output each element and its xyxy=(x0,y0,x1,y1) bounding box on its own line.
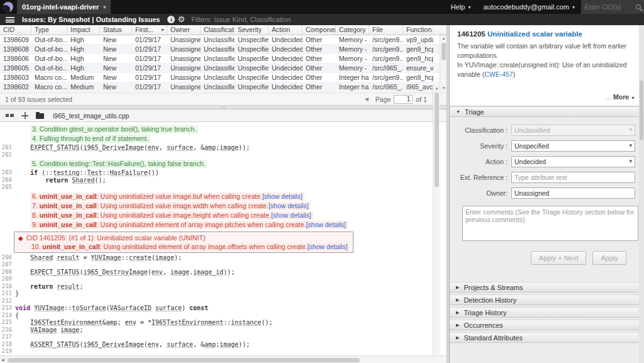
table-cell: gen9_hcpe_h xyxy=(403,73,433,82)
column-header[interactable]: CID xyxy=(0,25,31,35)
menu-icon[interactable] xyxy=(6,17,14,23)
toggle-events-icon[interactable] xyxy=(6,113,14,118)
info-icon[interactable]: i xyxy=(167,16,175,23)
project-tab-label: 01org-intel-vaapi-driver xyxy=(22,3,99,11)
comments-textarea[interactable] xyxy=(462,206,638,241)
gear-icon[interactable]: ⚙ xyxy=(177,14,185,25)
column-header[interactable]: Status xyxy=(100,25,132,35)
section-header-triage-history[interactable]: ▶Triage History xyxy=(450,307,644,318)
table-row[interactable]: 1398603Macro co...MediumNew01/29/17Unass… xyxy=(0,73,447,82)
folder-icon[interactable] xyxy=(36,113,44,119)
table-cell: /src/i965_... xyxy=(369,82,403,91)
ext-reference-input[interactable] xyxy=(511,172,635,183)
table-scrollbar[interactable]: ▲ ▼ xyxy=(440,35,447,92)
show-details-link[interactable]: [show details] xyxy=(269,202,309,209)
search-icon[interactable] xyxy=(636,4,641,9)
coverity-logo-icon xyxy=(3,2,13,12)
scroll-up-icon[interactable]: ▲ xyxy=(440,35,447,42)
user-menu[interactable]: autocodebuddy@gmail.com ▾ xyxy=(477,0,581,14)
cid-search-input[interactable] xyxy=(584,3,634,11)
code-line: 218 ASSERT_STATUS(i965_DeriveImage(env, … xyxy=(0,341,440,349)
column-header[interactable]: Function xyxy=(403,25,433,35)
action-select[interactable]: Undecided xyxy=(511,156,635,167)
scrollbar-thumb[interactable] xyxy=(441,43,446,60)
defect-event: 6. uninit_use_in_call: Using uninitializ… xyxy=(30,193,440,201)
column-header[interactable]: Severity xyxy=(235,25,269,35)
scroll-up-icon[interactable]: ▲ xyxy=(433,85,440,91)
table-row[interactable]: 1398609Out-of-bo...HighNew01/29/17Unassi… xyxy=(0,35,447,45)
table-cell: 1398608 xyxy=(0,45,31,53)
column-header[interactable]: Action xyxy=(269,25,303,35)
issues-and-source-region: CIDTypeImpactStatusFirst...▼OwnerClassif… xyxy=(0,25,447,363)
table-cell: Unassigned xyxy=(167,45,201,53)
code-line: 210 return result; xyxy=(0,283,440,291)
section-header-standard-attributes[interactable]: ▶Standard Attributes xyxy=(450,332,644,343)
line-number: 204 xyxy=(0,177,12,184)
apply-next-button[interactable]: Apply + Next xyxy=(531,251,587,265)
table-row[interactable]: 1398608Out-of-bo...HighNew01/29/17Unassi… xyxy=(0,45,447,54)
table-cell: Out-of-bo... xyxy=(31,54,67,63)
apply-button[interactable]: Apply xyxy=(592,251,626,265)
defect-event: 10. uninit_use_in_call: Using uninitiali… xyxy=(30,243,349,251)
severity-select[interactable]: Unspecified xyxy=(511,140,635,152)
scroll-down-icon[interactable]: ▼ xyxy=(440,85,447,92)
table-row[interactable]: 1398605Out-of-bo...HighNew01/29/17Unassi… xyxy=(0,64,447,73)
column-header[interactable]: Owner xyxy=(167,25,201,35)
table-cell: Undecided xyxy=(269,73,303,82)
column-header[interactable]: Component xyxy=(303,25,336,35)
table-cell: Memory - ... xyxy=(336,45,369,53)
detail-panel-scrollbar[interactable] xyxy=(639,25,644,363)
column-header[interactable]: Impact xyxy=(67,25,100,35)
section-header-projects-streams[interactable]: ▶Projects & Streams xyxy=(450,282,644,293)
table-cell: Unclassified xyxy=(201,73,235,82)
source-code-view[interactable]: 3. Condition gtest_ar.operator bool(), t… xyxy=(0,122,440,355)
page-number-input[interactable] xyxy=(394,95,413,104)
top-bar: 01org-intel-vaapi-driver ▾ Help ▾ autoco… xyxy=(0,0,644,14)
section-header-occurrences[interactable]: ▶Occurrences xyxy=(450,320,644,330)
more-toggle[interactable]: ... More ▼ xyxy=(457,79,636,103)
table-cell: High xyxy=(67,45,100,53)
show-details-link[interactable]: [show details] xyxy=(308,243,348,250)
scrollbar-thumb[interactable] xyxy=(435,92,439,187)
prev-page-button[interactable]: ◀ xyxy=(361,95,372,103)
source-file-tab[interactable]: i965_test_image_utils.cpp xyxy=(53,112,129,120)
show-details-link[interactable]: [show details] xyxy=(306,221,346,228)
table-cell: Macro co... xyxy=(31,73,67,82)
issues-table-body: 1398609Out-of-bo...HighNew01/29/17Unassi… xyxy=(0,35,447,92)
issues-table: CIDTypeImpactStatusFirst...▼OwnerClassif… xyxy=(0,25,447,92)
column-header[interactable]: Type xyxy=(31,25,67,35)
issue-cid: 1461205 xyxy=(457,30,486,38)
table-cell: 01/29/17 xyxy=(132,45,167,53)
line-number: 219 xyxy=(0,348,12,355)
table-row[interactable]: 1398606Out-of-bo...HighNew01/29/17Unassi… xyxy=(0,54,447,64)
column-header[interactable]: Category xyxy=(336,25,369,35)
owner-input[interactable] xyxy=(511,187,635,199)
chevron-right-icon: ▶ xyxy=(456,310,459,315)
section-header-detection-history[interactable]: ▶Detection History xyxy=(450,294,644,305)
table-row[interactable]: 1398602Macro co...MediumNew01/29/17Unass… xyxy=(0,82,447,92)
cwe-link[interactable]: CWE-457 xyxy=(484,70,513,78)
pagination: ◀ Page of 1 ▶ xyxy=(361,95,441,104)
line-number: 210 xyxy=(0,283,12,291)
triage-section-header[interactable]: ▼ Triage xyxy=(450,106,644,117)
expand-source-icon[interactable] xyxy=(21,112,28,119)
column-header[interactable]: First...▼ xyxy=(132,25,167,35)
cid-callout[interactable]: ◆CID 1461205: (#1 of 1): Uninitialized s… xyxy=(14,232,353,253)
column-header[interactable]: Classification xyxy=(201,25,235,35)
source-vertical-scrollbar[interactable]: ▲ xyxy=(433,84,440,355)
help-menu[interactable]: Help ▾ xyxy=(445,0,477,14)
project-tab[interactable]: 01org-intel-vaapi-driver ▾ xyxy=(17,0,111,14)
column-header[interactable]: File xyxy=(369,25,403,35)
line-number: 209 xyxy=(0,276,12,283)
scrollbar-thumb[interactable] xyxy=(8,358,360,362)
source-horizontal-scrollbar[interactable]: ◀ xyxy=(0,355,447,363)
show-details-link[interactable]: [show details] xyxy=(271,211,311,219)
defect-event: 8. uninit_use_in_call: Using uninitializ… xyxy=(30,211,440,220)
show-details-link[interactable]: [show details] xyxy=(262,193,303,200)
table-cell: Unspecified xyxy=(235,64,269,72)
scroll-left-icon[interactable]: ◀ xyxy=(1,357,4,362)
table-cell: Other xyxy=(303,64,336,72)
table-cell: Undecided xyxy=(269,54,303,63)
help-label: Help xyxy=(451,3,465,11)
issue-title-link[interactable]: Uninitialized scalar variable xyxy=(487,30,582,38)
